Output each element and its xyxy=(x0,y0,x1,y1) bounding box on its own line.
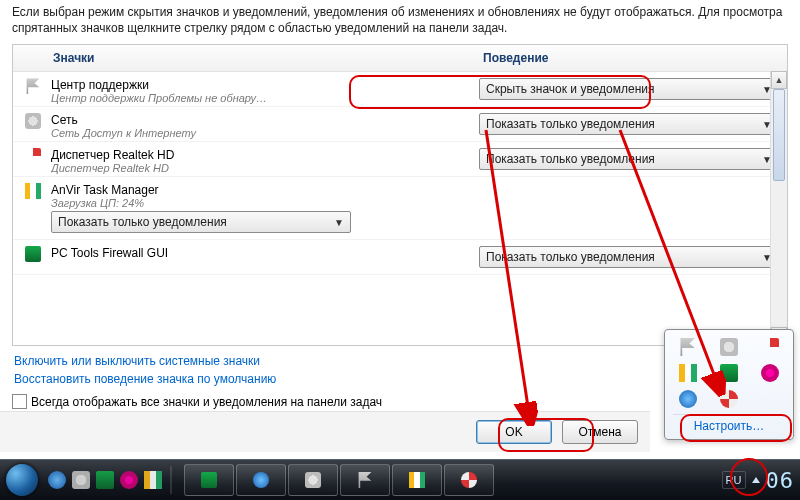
behavior-value: Показать только уведомления xyxy=(486,152,655,166)
row-app-icon xyxy=(25,78,41,94)
taskbar-task[interactable] xyxy=(184,464,234,496)
tray-firewall-icon[interactable] xyxy=(720,364,738,382)
start-button[interactable] xyxy=(6,464,38,496)
behavior-dropdown[interactable]: Скрыть значок и уведомления▼ xyxy=(479,78,779,100)
scroll-up-button[interactable]: ▲ xyxy=(771,71,787,89)
row-title: Центр поддержки xyxy=(51,78,475,92)
row-app-icon xyxy=(25,113,41,129)
behavior-dropdown[interactable]: Показать только уведомления▼ xyxy=(479,148,779,170)
behavior-value: Показать только уведомления xyxy=(486,250,655,264)
chevron-down-icon: ▼ xyxy=(334,217,344,228)
always-show-checkbox[interactable] xyxy=(12,394,27,409)
tray-volume-icon[interactable] xyxy=(761,338,779,356)
col-behavior: Поведение xyxy=(479,45,787,71)
tray-gear-icon[interactable] xyxy=(761,364,779,382)
taskbar-task[interactable] xyxy=(340,464,390,496)
icon-row: Диспетчер Realtek HDДиспетчер Realtek HD… xyxy=(13,142,787,177)
row-app-icon xyxy=(25,246,41,262)
always-show-label: Всегда отображать все значки и уведомлен… xyxy=(31,395,382,409)
behavior-value: Скрыть значок и уведомления xyxy=(486,82,654,96)
row-app-icon xyxy=(25,148,41,164)
taskbar-task[interactable] xyxy=(444,464,494,496)
tray-flag-icon[interactable] xyxy=(679,338,697,356)
ql-icon[interactable] xyxy=(144,471,162,489)
icon-row: PC Tools Firewall GUIПоказать только уве… xyxy=(13,240,787,275)
ql-icon[interactable] xyxy=(72,471,90,489)
taskbar: RU 06 xyxy=(0,459,800,500)
taskbar-task[interactable] xyxy=(288,464,338,496)
col-icons: Значки xyxy=(49,45,479,71)
behavior-value: Показать только уведомления xyxy=(486,117,655,131)
taskbar-task[interactable] xyxy=(392,464,442,496)
ql-icon[interactable] xyxy=(120,471,138,489)
dialog-button-bar: OK Отмена xyxy=(0,411,650,452)
taskbar-task[interactable] xyxy=(236,464,286,496)
tray-ccleaner-icon[interactable] xyxy=(720,390,738,408)
row-subtitle: Диспетчер Realtek HD xyxy=(51,162,331,174)
icons-panel: Значки Поведение Центр поддержкиЦентр по… xyxy=(12,44,788,346)
row-subtitle: Загрузка ЦП: 24% xyxy=(51,197,331,209)
behavior-dropdown[interactable]: Показать только уведомления▼ xyxy=(479,113,779,135)
row-title: PC Tools Firewall GUI xyxy=(51,246,475,260)
tray-cpu-icon[interactable] xyxy=(679,364,697,382)
ql-icon[interactable] xyxy=(96,471,114,489)
icon-row: AnVir Task ManagerЗагрузка ЦП: 24%Показа… xyxy=(13,177,787,240)
columns-header: Значки Поведение xyxy=(13,45,787,72)
scroll-thumb[interactable] xyxy=(773,89,785,181)
taskbar-clock: 06 xyxy=(766,468,795,493)
tray-network-icon[interactable] xyxy=(720,338,738,356)
row-title: AnVir Task Manager xyxy=(51,183,781,197)
row-title: Диспетчер Realtek HD xyxy=(51,148,475,162)
row-subtitle: Сеть Доступ к Интернету xyxy=(51,127,331,139)
tray-customize-link[interactable]: Настроить… xyxy=(673,414,785,433)
icon-row: СетьСеть Доступ к ИнтернетуПоказать толь… xyxy=(13,107,787,142)
behavior-dropdown[interactable]: Показать только уведомления▼ xyxy=(479,246,779,268)
description-text: Если выбран режим скрытия значков и увед… xyxy=(0,0,800,44)
icon-row: Центр поддержкиЦентр поддержки Проблемы … xyxy=(13,72,787,107)
row-app-icon xyxy=(25,183,41,199)
language-indicator[interactable]: RU xyxy=(722,471,746,489)
panel-scrollbar[interactable]: ▲ ▼ xyxy=(770,71,787,345)
tray-globe-icon[interactable] xyxy=(679,390,697,408)
tray-overflow-button[interactable] xyxy=(752,477,760,483)
row-subtitle: Центр поддержки Проблемы не обнару… xyxy=(51,92,331,104)
cancel-button[interactable]: Отмена xyxy=(562,420,638,444)
behavior-dropdown[interactable]: Показать только уведомления▼ xyxy=(51,211,351,233)
ok-button[interactable]: OK xyxy=(476,420,552,444)
tray-overflow-popup: Настроить… xyxy=(664,329,794,440)
ql-icon[interactable] xyxy=(48,471,66,489)
behavior-value: Показать только уведомления xyxy=(58,215,227,229)
row-title: Сеть xyxy=(51,113,475,127)
